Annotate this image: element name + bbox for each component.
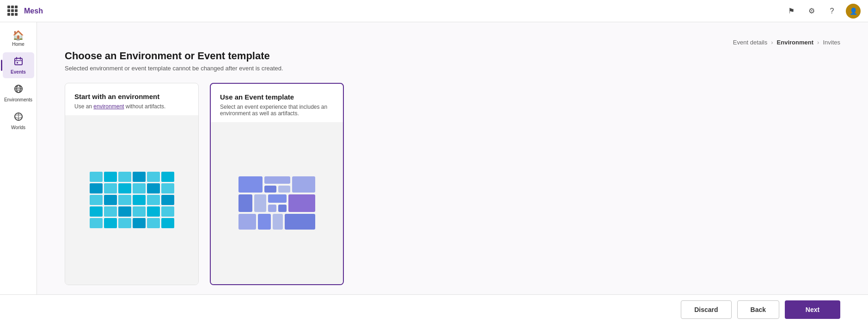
card-event-template-image [211, 122, 343, 284]
card-event-template-desc: Select an event experience that includes… [220, 104, 334, 117]
sidebar-label-events: Events [11, 69, 26, 75]
svg-rect-12 [264, 186, 276, 193]
page-header: Choose an Environment or Event template … [65, 50, 840, 72]
breadcrumb-event-details: Event details [733, 39, 767, 46]
event-template-mosaic [238, 175, 316, 231]
card-environment[interactable]: Start with an environment Use an environ… [65, 83, 199, 285]
sidebar-item-environments[interactable]: Environments [3, 80, 34, 106]
topbar-actions: ⚑ ⚙ ? 👤 [785, 4, 861, 19]
svg-rect-16 [254, 194, 266, 212]
breadcrumb-sep-2: › [817, 39, 819, 46]
svg-rect-17 [268, 194, 287, 203]
svg-rect-18 [268, 205, 276, 212]
environment-grid [90, 172, 174, 228]
svg-rect-10 [238, 176, 263, 193]
sidebar-label-worlds: Worlds [11, 125, 25, 130]
card-environment-image [65, 115, 198, 285]
page-title: Choose an Environment or Event template [65, 50, 840, 62]
home-icon: 🏠 [12, 30, 24, 41]
card-environment-desc: Use an environment without artifacts. [74, 103, 189, 110]
sidebar-label-home: Home [12, 42, 24, 47]
svg-rect-14 [292, 176, 315, 193]
card-environment-header: Start with an environment Use an environ… [65, 83, 198, 115]
card-environment-desc-suffix: without artifacts. [124, 103, 165, 110]
environments-icon [13, 84, 24, 96]
app-title: Mesh [24, 7, 785, 15]
content-area: Event details › Environment › Invites Ch… [37, 22, 868, 294]
events-icon [13, 56, 24, 69]
svg-rect-13 [278, 186, 290, 193]
svg-rect-15 [238, 194, 252, 212]
svg-rect-19 [278, 205, 287, 212]
breadcrumb: Event details › Environment › Invites [733, 39, 840, 46]
flag-icon[interactable]: ⚑ [785, 5, 798, 18]
sidebar-item-home[interactable]: 🏠 Home [3, 26, 34, 50]
card-event-template-title: Use an Event template [220, 93, 334, 101]
next-button[interactable]: Next [785, 300, 840, 319]
main-layout: 🏠 Home Events [0, 22, 868, 294]
settings-icon[interactable]: ⚙ [805, 5, 818, 18]
sidebar-label-environments: Environments [4, 97, 32, 102]
breadcrumb-sep-1: › [771, 39, 773, 46]
card-event-template[interactable]: Use an Event template Select an event ex… [210, 83, 344, 285]
svg-rect-20 [288, 194, 315, 212]
worlds-icon [13, 112, 24, 124]
svg-rect-23 [273, 214, 283, 230]
card-environment-desc-plain: Use an [74, 103, 93, 110]
sidebar-item-events[interactable]: Events [3, 52, 34, 78]
svg-rect-4 [17, 62, 18, 63]
card-environment-title: Start with an environment [74, 93, 189, 100]
avatar[interactable]: 👤 [846, 4, 861, 19]
cards-container: Start with an environment Use an environ… [65, 83, 840, 285]
grid-icon[interactable] [7, 6, 18, 17]
card-event-template-header: Use an Event template Select an event ex… [211, 84, 343, 122]
svg-rect-21 [238, 214, 256, 230]
sidebar-item-worlds[interactable]: Worlds [3, 108, 34, 134]
svg-rect-0 [15, 58, 22, 65]
help-icon[interactable]: ? [825, 5, 838, 18]
discard-button[interactable]: Discard [681, 300, 731, 319]
bottom-bar: Discard Back Next [0, 294, 868, 324]
sidebar: 🏠 Home Events [0, 22, 37, 294]
topbar: Mesh ⚑ ⚙ ? 👤 [0, 0, 868, 22]
back-button[interactable]: Back [737, 300, 779, 319]
page-subtitle: Selected environment or event template c… [65, 65, 840, 72]
environment-link[interactable]: environment [93, 103, 124, 110]
svg-rect-22 [258, 214, 271, 230]
svg-rect-11 [264, 176, 290, 184]
breadcrumb-environment: Environment [777, 39, 813, 46]
breadcrumb-invites: Invites [823, 39, 840, 46]
svg-rect-24 [285, 214, 315, 230]
